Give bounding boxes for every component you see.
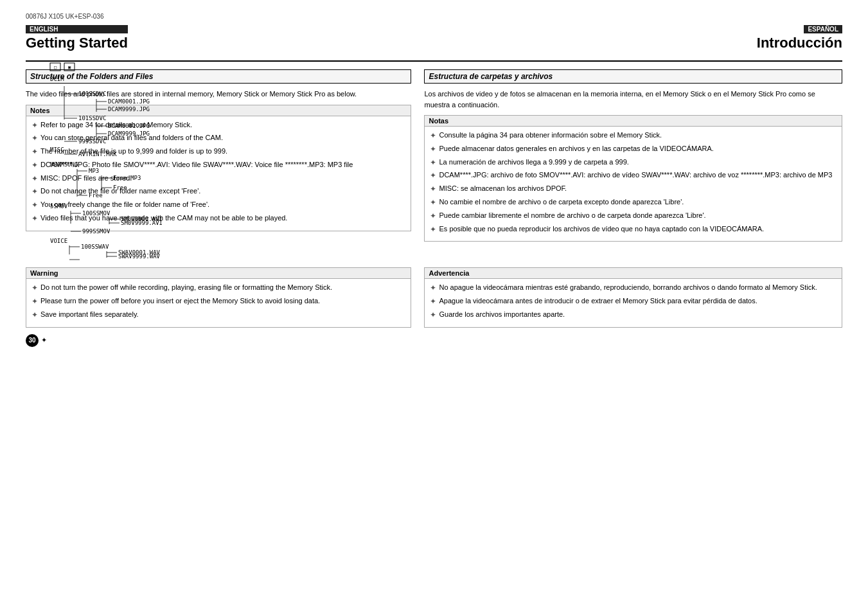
spanish-warning-header: Advertencia — [425, 268, 842, 279]
bullet-icon: ✦ — [430, 170, 436, 181]
bullet-icon: ✦ — [31, 213, 38, 224]
page-badge-bullet: ✦ — [41, 336, 47, 344]
english-warning-header: Warning — [26, 268, 411, 279]
bullet-icon: ✦ — [430, 184, 436, 195]
svg-text:MSAMSUNG: MSAMSUNG — [50, 161, 78, 168]
svg-text:DCAM9999.JPG: DCAM9999.JPG — [108, 130, 150, 137]
svg-text:DCAM9999.JPG: DCAM9999.JPG — [108, 106, 150, 112]
spanish-warning-section: Advertencia ✦No apague la videocámara mi… — [424, 267, 842, 349]
svg-text:DCAM0001.JPG: DCAM0001.JPG — [108, 123, 150, 129]
spanish-warning-box: Advertencia ✦No apague la videocámara mi… — [424, 267, 842, 327]
svg-text:□: □ — [54, 65, 57, 70]
spanish-section-title: Introducción — [757, 35, 842, 51]
bullet-icon: ✦ — [430, 283, 436, 294]
bullet-icon: ✦ — [430, 296, 436, 307]
bullet-icon: ✦ — [430, 130, 436, 141]
tree-diagram-container: □ ▣ DCIM 100SSDVC DCAM0001.JPG DCAM9999.… — [45, 62, 411, 261]
list-item: ✦MISC: se almacenan los archivos DPOF. — [430, 184, 837, 195]
spanish-notes-header: Notas — [425, 116, 842, 127]
list-item: ✦Do not turn the power off while recordi… — [31, 283, 405, 294]
top-meta: 00876J X105 UK+ESP-036 — [26, 13, 842, 20]
page-badge: 30 — [26, 334, 39, 347]
file-tree-svg: □ ▣ DCIM 100SSDVC DCAM0001.JPG DCAM9999.… — [45, 62, 212, 261]
svg-text:100SSMOV: 100SSMOV — [82, 210, 111, 217]
spanish-notes-box: Notas ✦Consulte la página 34 para obtene… — [424, 115, 842, 242]
page-number-row: 30 ✦ — [26, 334, 411, 347]
english-badge: ENGLISH — [26, 25, 128, 33]
english-warning-section: Warning ✦Do not turn the power off while… — [26, 267, 411, 349]
spanish-badge: ESPAÑOL — [804, 25, 842, 33]
svg-text:101SSDVC: 101SSDVC — [78, 115, 106, 121]
svg-text:999SSDVC: 999SSDVC — [78, 138, 106, 145]
diagram-left-spacer: □ ▣ DCIM 100SSDVC DCAM0001.JPG DCAM9999.… — [26, 242, 411, 261]
bullet-icon: ✦ — [31, 200, 38, 211]
bullet-icon: ✦ — [430, 197, 436, 208]
svg-text:5SMOV: 5SMOV — [50, 203, 68, 209]
list-item: ✦Es posible que no pueda reproducir los … — [430, 224, 837, 235]
svg-text:DCIM: DCIM — [50, 76, 64, 82]
svg-text:DCAM0001.JPG: DCAM0001.JPG — [108, 98, 150, 105]
list-item: ✦Puede almacenar datos generales en arch… — [430, 144, 837, 155]
list-item: ✦No cambie el nombre de archivo o de car… — [430, 197, 837, 208]
svg-text:Free: Free — [113, 184, 127, 191]
svg-text:VOICE: VOICE — [50, 238, 67, 244]
spanish-warning-content: ✦No apague la videocámara mientras esté … — [425, 279, 842, 326]
header-row: ENGLISH Getting Started ESPAÑOL Introduc… — [26, 25, 842, 62]
list-item: ✦Save important files separately. — [31, 310, 405, 321]
bullet-icon: ✦ — [31, 147, 38, 157]
list-item: ✦Guarde los archivos importantes aparte. — [430, 310, 837, 321]
svg-text:MP3: MP3 — [89, 168, 99, 174]
english-warning-content: ✦Do not turn the power off while recordi… — [26, 279, 411, 326]
bullet-icon: ✦ — [430, 144, 436, 155]
bullet-icon: ✦ — [31, 310, 38, 321]
svg-text:999SSMOV: 999SSMOV — [82, 228, 111, 235]
svg-text:100SSWAV: 100SSWAV — [81, 244, 109, 250]
list-item: ✦Please turn the power off before you in… — [31, 296, 405, 307]
spanish-notes-content: ✦Consulte la página 34 para obtener info… — [425, 127, 842, 241]
list-item: ✦La numeración de archivos llega a 9.999… — [430, 157, 837, 168]
bullet-icon: ✦ — [31, 160, 38, 171]
bullet-icon: ✦ — [31, 296, 38, 307]
svg-text:MISC: MISC — [50, 147, 64, 153]
english-warning-box: Warning ✦Do not turn the power off while… — [26, 267, 411, 327]
bottom-section: Warning ✦Do not turn the power off while… — [26, 267, 842, 349]
svg-text:▣: ▣ — [68, 65, 71, 70]
svg-text:Free: Free — [89, 192, 103, 199]
spanish-structure-body: Los archivos de video y de fotos se alma… — [424, 89, 842, 110]
svg-text:100SSDVC: 100SSDVC — [78, 91, 106, 97]
svg-text:Free.MP3: Free.MP3 — [113, 175, 141, 181]
bullet-icon: ✦ — [430, 157, 436, 168]
list-item: ✦Puede cambiar libremente el nombre de a… — [430, 211, 837, 222]
doc-meta: 00876J X105 UK+ESP-036 — [26, 13, 103, 20]
spanish-structure-heading: Estructura de carpetas y archivos — [424, 69, 842, 84]
list-item: ✦DCAM****.JPG: archivo de foto SMOV****.… — [430, 170, 837, 181]
diagram-right-spacer — [424, 242, 842, 261]
english-header: ENGLISH Getting Started — [26, 25, 128, 58]
bullet-icon: ✦ — [31, 173, 38, 184]
list-item: ✦Consulte la página 34 para obtener info… — [430, 130, 837, 141]
bullet-icon: ✦ — [31, 133, 38, 144]
spanish-header: ESPAÑOL Introducción — [757, 25, 842, 58]
svg-text:AVTRINT.MRK: AVTRINT.MRK — [78, 151, 117, 157]
bullet-icon: ✦ — [31, 186, 38, 197]
english-section-title: Getting Started — [26, 35, 128, 51]
bullet-icon: ✦ — [430, 211, 436, 222]
bullet-icon: ✦ — [31, 283, 38, 294]
svg-text:SWAV9999.WAV: SWAV9999.WAV — [118, 253, 161, 260]
bullet-icon: ✦ — [31, 120, 38, 131]
diagram-row: □ ▣ DCIM 100SSDVC DCAM0001.JPG DCAM9999.… — [26, 242, 842, 261]
bullet-icon: ✦ — [430, 310, 436, 321]
list-item: ✦No apague la videocámara mientras esté … — [430, 283, 837, 294]
bullet-icon: ✦ — [430, 224, 436, 235]
svg-text:SM0V9999.AVI: SM0V9999.AVI — [121, 220, 163, 226]
spanish-content: Estructura de carpetas y archivos Los ar… — [424, 69, 842, 248]
list-item: ✦Apague la videocámara antes de introduc… — [430, 296, 837, 307]
